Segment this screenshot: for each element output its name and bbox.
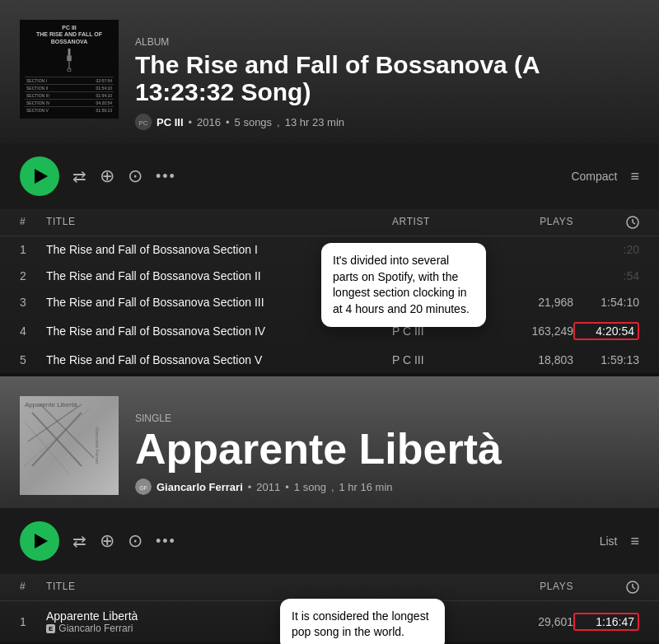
meta-songs: 1 song bbox=[294, 481, 326, 493]
meta-sep3: , bbox=[277, 116, 280, 128]
track-duration: 1:54:10 bbox=[573, 296, 639, 309]
art-section-4: SECTION IV04:20:54 bbox=[25, 99, 114, 106]
meta-sep2: • bbox=[226, 116, 230, 128]
apparente-tooltip: It is considered the longest pop song in… bbox=[280, 599, 445, 644]
art-section-1: SECTION I02:57:54 bbox=[25, 77, 114, 84]
album-meta: GF Giancarlo Ferrari • 2011 • 1 song , 1… bbox=[135, 478, 639, 495]
artist-name[interactable]: Giancarlo Ferrari bbox=[157, 481, 243, 493]
track-list-bossanova: 1 The Rise and Fall of Bossanova Section… bbox=[0, 236, 659, 373]
track-duration: 1:59:13 bbox=[573, 353, 639, 366]
svg-line-19 bbox=[633, 587, 635, 589]
track-artist: P C III bbox=[392, 353, 491, 366]
art-section-3: SECTION III01:54:10 bbox=[25, 91, 114, 99]
track-number: 1 bbox=[20, 615, 46, 628]
apparente-info: Single Apparente Libertà GF Giancarlo Fe… bbox=[135, 396, 639, 495]
track-duration: :20 bbox=[573, 243, 639, 256]
art-section-5: SECTION V01:59:13 bbox=[25, 106, 114, 114]
apparente-track-header: # Title Plays bbox=[0, 574, 659, 601]
artist-avatar: GF bbox=[135, 478, 152, 495]
album-type: Single bbox=[135, 413, 639, 424]
shuffle-icon[interactable]: ⇄ bbox=[72, 531, 86, 551]
download-icon[interactable]: ⊙ bbox=[128, 166, 143, 187]
album-type: Album bbox=[135, 36, 639, 48]
col-plays: Plays bbox=[491, 581, 573, 594]
meta-duration: 13 hr 23 min bbox=[285, 116, 344, 128]
play-icon bbox=[35, 169, 48, 184]
svg-rect-0 bbox=[68, 49, 71, 55]
more-icon[interactable]: ••• bbox=[156, 533, 176, 550]
track-plays: 163,249 bbox=[491, 324, 573, 338]
meta-sep2: • bbox=[285, 481, 289, 493]
col-duration bbox=[573, 581, 639, 594]
svg-rect-1 bbox=[67, 56, 72, 62]
track-number: 3 bbox=[20, 296, 46, 309]
col-title: Title bbox=[46, 216, 392, 229]
bossanova-info: Album The Rise and Fall of Bossanova (A … bbox=[135, 20, 639, 130]
artist-avatar: PC bbox=[135, 114, 152, 130]
art-lines-svg bbox=[20, 396, 102, 478]
art-subtitle2: BOSSANOVA bbox=[25, 39, 114, 45]
art-title: PC III bbox=[25, 25, 114, 31]
bossanova-section: PC III THE RISE AND FALL OF BOSSANOVA SE… bbox=[0, 0, 659, 373]
download-icon[interactable]: ⊙ bbox=[128, 530, 143, 552]
track-title: The Rise and Fall of Bossanova Section V bbox=[46, 353, 392, 366]
track-artist: Giancarlo Ferrari bbox=[58, 623, 133, 634]
album-title: The Rise and Fall of Bossanova (A 13:23:… bbox=[135, 51, 639, 105]
apparente-section: Apparente Libertà Giancarlo Ferrari Sing… bbox=[0, 376, 659, 642]
track-duration: :54 bbox=[573, 269, 639, 282]
track-number: 5 bbox=[20, 353, 46, 366]
list-label: List bbox=[600, 534, 618, 548]
meta-duration: 1 hr 16 min bbox=[339, 481, 393, 493]
track-plays: 21,968 bbox=[491, 296, 573, 309]
play-icon bbox=[35, 534, 48, 548]
apparente-album-art: Apparente Libertà Giancarlo Ferrari bbox=[20, 396, 119, 495]
track-number: 4 bbox=[20, 324, 46, 338]
artist-name[interactable]: PC III bbox=[157, 116, 184, 128]
bossanova-album-art: PC III THE RISE AND FALL OF BOSSANOVA SE… bbox=[20, 20, 119, 119]
track-number: 1 bbox=[20, 243, 46, 256]
add-icon[interactable]: ⊕ bbox=[100, 166, 115, 187]
track-duration-highlighted: 4:20:54 bbox=[573, 322, 639, 340]
track-duration-highlighted: 1:16:47 bbox=[573, 613, 639, 631]
art-right-text: Giancarlo Ferrari bbox=[94, 427, 99, 464]
meta-separator: • bbox=[248, 481, 252, 493]
col-artist: Artist bbox=[392, 216, 491, 229]
compact-label: Compact bbox=[571, 170, 617, 183]
plug-icon bbox=[61, 49, 77, 72]
track-number: 2 bbox=[20, 269, 46, 282]
add-icon[interactable]: ⊕ bbox=[100, 530, 115, 552]
album-title: Apparente Libertà bbox=[135, 427, 639, 470]
col-num: # bbox=[20, 216, 46, 229]
clock-icon bbox=[626, 581, 639, 594]
shuffle-icon[interactable]: ⇄ bbox=[72, 166, 86, 186]
svg-text:GF: GF bbox=[139, 485, 147, 491]
list-view-icon[interactable]: ≡ bbox=[630, 533, 639, 550]
play-button[interactable] bbox=[20, 521, 59, 561]
meta-separator: • bbox=[189, 116, 193, 128]
bossanova-toolbar: ⇄ ⊕ ⊙ ••• Compact ≡ bbox=[0, 143, 659, 209]
play-button[interactable] bbox=[20, 156, 59, 196]
explicit-badge: E bbox=[46, 624, 55, 633]
apparente-album-header: Apparente Libertà Giancarlo Ferrari Sing… bbox=[0, 376, 659, 508]
track-list-header: # Title Artist Plays bbox=[0, 209, 659, 236]
meta-year: 2011 bbox=[256, 481, 280, 493]
bossanova-album-header: PC III THE RISE AND FALL OF BOSSANOVA SE… bbox=[0, 0, 659, 143]
art-section-2: SECTION II01:54:10 bbox=[25, 84, 114, 91]
art-subtitle1: THE RISE AND FALL OF bbox=[25, 31, 114, 38]
apparente-track-list: 1 Apparente Libertà E Giancarlo Ferrari … bbox=[0, 601, 659, 642]
more-icon[interactable]: ••• bbox=[156, 168, 176, 185]
col-num: # bbox=[20, 581, 46, 594]
list-view-icon[interactable]: ≡ bbox=[630, 168, 639, 185]
meta-sep3: , bbox=[331, 481, 334, 493]
clock-icon bbox=[626, 216, 639, 229]
col-duration bbox=[573, 216, 639, 229]
meta-year: 2016 bbox=[197, 116, 221, 128]
track-plays: 18,803 bbox=[491, 353, 573, 366]
col-title: Title bbox=[46, 581, 392, 594]
svg-text:PC: PC bbox=[138, 119, 147, 127]
meta-songs: 5 songs bbox=[235, 116, 273, 128]
table-row[interactable]: 5 The Rise and Fall of Bossanova Section… bbox=[0, 347, 659, 373]
bossanova-tooltip: It's divided into several parts on Spoti… bbox=[321, 243, 486, 327]
apparente-toolbar: ⇄ ⊕ ⊙ ••• List ≡ bbox=[0, 508, 659, 574]
album-meta: PC PC III • 2016 • 5 songs , 13 hr 23 mi… bbox=[135, 114, 639, 130]
